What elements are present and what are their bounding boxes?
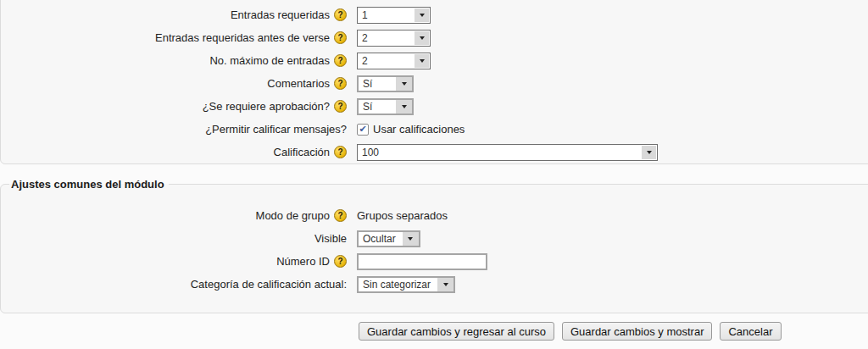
dropdown-selected-value: Sí — [359, 100, 396, 114]
field-control-area: Ocultar — [357, 230, 420, 247]
dropdown-select[interactable]: 2 — [357, 53, 431, 69]
field-label: Entradas requeridas — [231, 8, 330, 21]
field-control-area: ✔Usar calificaciones — [357, 123, 465, 136]
dropdown-selected-value: 2 — [358, 30, 375, 46]
dropdown-select[interactable]: Ocultar — [357, 230, 420, 247]
field-label-area: Categoría de calificación actual: — [8, 278, 347, 291]
dropdown-select[interactable]: Sí — [357, 98, 414, 115]
chevron-triangle — [443, 283, 448, 286]
field-label-area: Comentarios? — [8, 77, 347, 90]
help-icon[interactable]: ? — [334, 54, 347, 67]
chevron-triangle — [402, 105, 407, 108]
field-control-area: Grupos separados — [357, 209, 448, 222]
field-label-area: Entradas requeridas? — [8, 8, 347, 21]
section-legend: Ajustes comunes del módulo — [9, 178, 169, 191]
help-icon[interactable]: ? — [334, 209, 347, 222]
form-row: No. máximo de entradas?2 — [8, 49, 868, 72]
save-and-return-button[interactable]: Guardar cambios y regresar al curso — [359, 322, 554, 341]
field-label-area: Entradas requeridas antes de verse? — [8, 31, 347, 44]
form-row: VisibleOcultar — [8, 227, 868, 250]
field-control-area — [357, 253, 487, 270]
chevron-down-icon — [415, 8, 429, 22]
dropdown-select[interactable]: 1 — [357, 7, 431, 24]
field-label: Calificación — [274, 146, 330, 158]
field-control-area: Sí — [357, 98, 414, 115]
dropdown-selected-value: Sin categorizar — [359, 278, 437, 291]
field-label-area: ¿Se requiere aprobación?? — [8, 100, 347, 113]
chevron-triangle — [420, 36, 425, 40]
static-value: Grupos separados — [357, 209, 448, 222]
chevron-down-icon — [437, 278, 453, 291]
help-icon[interactable]: ? — [334, 255, 347, 268]
field-label: Modo de grupo — [256, 209, 330, 222]
dropdown-select[interactable]: 100 — [357, 144, 658, 161]
field-label: ¿Permitir calificar mensajes? — [205, 123, 347, 136]
chevron-down-icon — [415, 54, 429, 68]
field-label-area: ¿Permitir calificar mensajes? — [8, 123, 347, 136]
field-control-area: Sin categorizar — [357, 276, 455, 293]
field-label: Comentarios — [267, 77, 330, 90]
field-label: Categoría de calificación actual: — [191, 278, 347, 291]
field-label: Número ID — [276, 255, 330, 268]
dropdown-select[interactable]: Sí — [357, 75, 414, 92]
dropdown-selected-value: Ocultar — [359, 232, 403, 246]
help-icon[interactable]: ? — [334, 31, 347, 44]
form-action-buttons: Guardar cambios y regresar al cursoGuard… — [0, 322, 868, 341]
idnumber-input[interactable] — [357, 253, 487, 270]
field-control-area: 2 — [357, 30, 431, 47]
form-row: Calificación?100 — [8, 141, 868, 163]
chevron-down-icon — [403, 232, 419, 246]
dropdown-selected-value: Sí — [359, 77, 396, 91]
chevron-triangle — [647, 151, 652, 154]
chevron-triangle — [402, 82, 407, 86]
form-row: Categoría de calificación actual:Sin cat… — [8, 273, 868, 296]
field-label-area: Número ID? — [8, 255, 347, 268]
chevron-down-icon — [642, 146, 656, 159]
help-icon[interactable]: ? — [334, 77, 347, 90]
form-row: Entradas requeridas?1 — [8, 3, 868, 26]
cancel-button[interactable]: Cancelar — [720, 322, 781, 341]
dropdown-select[interactable]: Sin categorizar — [357, 276, 455, 293]
field-label-area: Visible — [8, 232, 347, 245]
field-label-area: Modo de grupo? — [8, 209, 347, 222]
help-icon[interactable]: ? — [334, 8, 347, 21]
field-control-area: 2 — [357, 53, 431, 69]
field-label-area: No. máximo de entradas? — [8, 54, 347, 67]
field-label: ¿Se requiere aprobación? — [203, 100, 330, 113]
help-icon[interactable]: ? — [334, 100, 347, 113]
checkbox-label: Usar calificaciones — [373, 123, 465, 136]
dropdown-selected-value: 1 — [358, 8, 375, 23]
field-label: Visible — [314, 232, 347, 245]
form-row: Comentarios?Sí — [8, 72, 868, 95]
fieldset-entries-settings: Entradas requeridas?1Entradas requeridas… — [0, 0, 868, 164]
dropdown-selected-value: 2 — [358, 53, 375, 69]
chevron-down-icon — [396, 100, 412, 114]
form-row: ¿Se requiere aprobación??Sí — [8, 95, 868, 118]
chevron-down-icon — [396, 77, 412, 91]
save-and-display-button[interactable]: Guardar cambios y mostrar — [562, 322, 713, 341]
chevron-triangle — [420, 59, 425, 63]
field-label: Entradas requeridas antes de verse — [155, 31, 330, 44]
moodle-settings-form: Entradas requeridas?1Entradas requeridas… — [0, 0, 868, 341]
form-row: Modo de grupo?Grupos separados — [8, 204, 868, 227]
dropdown-selected-value: 100 — [358, 145, 386, 160]
field-label: No. máximo de entradas — [209, 54, 330, 67]
dropdown-select[interactable]: 2 — [357, 30, 431, 47]
form-row: Número ID? — [8, 250, 868, 273]
form-row: ¿Permitir calificar mensajes?✔Usar calif… — [8, 118, 868, 141]
chevron-down-icon — [415, 31, 429, 45]
field-control-area: Sí — [357, 75, 414, 92]
field-control-area: 100 — [357, 144, 658, 161]
chevron-triangle — [420, 14, 425, 17]
fieldset-common-module-settings: Ajustes comunes del módulo Modo de grupo… — [0, 178, 868, 313]
chevron-triangle — [408, 237, 413, 241]
field-label-area: Calificación? — [8, 146, 347, 158]
form-row: Entradas requeridas antes de verse?2 — [8, 26, 868, 49]
help-icon[interactable]: ? — [334, 146, 347, 158]
use-ratings-checkbox[interactable]: ✔ — [357, 124, 369, 136]
field-control-area: 1 — [357, 7, 431, 24]
